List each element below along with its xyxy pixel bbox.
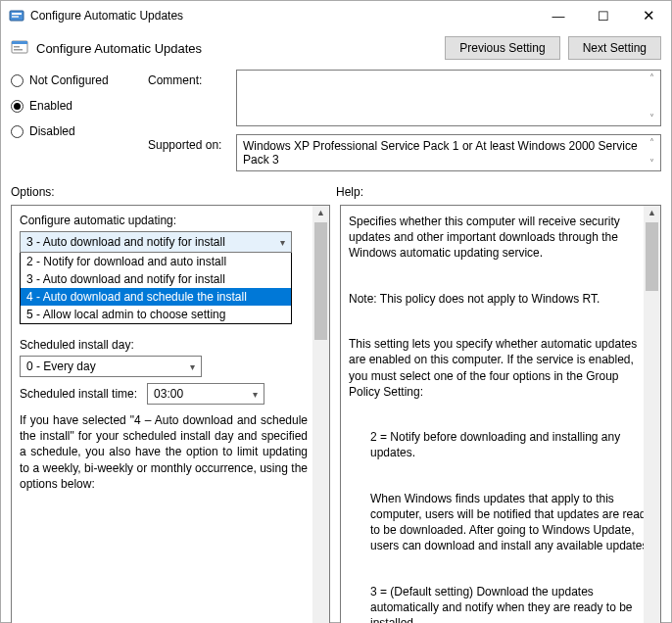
options-vertical-scrollbar[interactable]: ▲ ▼ (312, 206, 329, 623)
configure-updating-label: Configure automatic updating: (20, 214, 308, 227)
scroll-up-icon[interactable]: ▲ (648, 206, 656, 219)
svg-rect-4 (12, 41, 27, 44)
scroll-down-icon[interactable]: ˅ (645, 113, 658, 123)
app-icon (9, 8, 24, 24)
help-vertical-scrollbar[interactable]: ▲ ▼ (644, 206, 660, 623)
supported-row: Supported on: Windows XP Professional Se… (148, 134, 661, 171)
previous-setting-button[interactable]: Previous Setting (445, 36, 559, 60)
radio-label: Not Configured (29, 73, 109, 87)
radio-label: Disabled (29, 124, 75, 138)
content-area: Configure Automatic Updates Previous Set… (1, 30, 671, 623)
scheduled-day-combo[interactable]: 0 - Every day ▾ (20, 356, 202, 377)
next-setting-button[interactable]: Next Setting (568, 36, 661, 60)
radio-disabled[interactable]: Disabled (11, 124, 148, 138)
comment-label: Comment: (148, 70, 226, 126)
help-paragraph: When Windows finds updates that apply to… (349, 491, 652, 554)
radio-enabled[interactable]: Enabled (11, 99, 148, 113)
scroll-up-icon[interactable]: ▲ (316, 206, 325, 219)
scroll-down-icon[interactable]: ˅ (645, 158, 658, 168)
nav-buttons: Previous Setting Next Setting (445, 36, 661, 60)
help-panel: Specifies whether this computer will rec… (340, 205, 661, 623)
svg-rect-2 (12, 16, 19, 18)
scroll-up-icon[interactable]: ˄ (645, 137, 658, 148)
radio-not-configured[interactable]: Not Configured (11, 73, 148, 87)
supported-on-text: Windows XP Professional Service Pack 1 o… (236, 134, 661, 171)
svg-rect-1 (12, 13, 22, 15)
dropdown-option[interactable]: 5 - Allow local admin to choose setting (21, 306, 291, 323)
configure-updating-combo[interactable]: 3 - Auto download and notify for install… (20, 231, 292, 253)
help-paragraph: 3 = (Default setting) Download the updat… (349, 584, 652, 623)
help-paragraph: 2 = Notify before downloading and instal… (349, 429, 652, 460)
scroll-thumb[interactable] (646, 222, 658, 291)
help-paragraph: Note: This policy does not apply to Wind… (349, 291, 652, 307)
comment-textarea[interactable]: ˄ ˅ (236, 70, 661, 126)
supported-value: Windows XP Professional Service Pack 1 o… (243, 139, 638, 167)
header-row: Configure Automatic Updates Previous Set… (11, 36, 661, 60)
help-paragraph: This setting lets you specify whether au… (349, 336, 652, 400)
chevron-down-icon: ▾ (273, 237, 291, 248)
help-label: Help: (336, 185, 363, 199)
state-radio-group: Not Configured Enabled Disabled (11, 70, 148, 171)
help-paragraph: Specifies whether this computer will rec… (349, 214, 652, 262)
titlebar: Configure Automatic Updates — ☐ ✕ (1, 1, 671, 30)
chevron-down-icon: ▾ (183, 361, 201, 372)
options-panel: Configure automatic updating: 3 - Auto d… (11, 205, 330, 623)
scroll-up-icon[interactable]: ˄ (645, 72, 658, 83)
gpo-dialog-window: Configure Automatic Updates — ☐ ✕ Config… (0, 0, 672, 623)
chevron-down-icon: ▾ (246, 389, 264, 400)
options-body: Configure automatic updating: 3 - Auto d… (12, 206, 329, 623)
meta-column: Comment: ˄ ˅ Supported on: Windows XP Pr… (148, 70, 661, 171)
scroll-thumb[interactable] (314, 222, 327, 340)
combo-value: 0 - Every day (21, 359, 183, 373)
help-body: Specifies whether this computer will rec… (341, 206, 660, 623)
dropdown-option[interactable]: 2 - Notify for download and auto install (21, 253, 291, 270)
close-button[interactable]: ✕ (626, 1, 671, 30)
options-label: Options: (11, 185, 336, 199)
combo-value: 03:00 (148, 387, 246, 401)
radio-bullet (11, 74, 24, 87)
scheduled-day-label: Scheduled install day: (20, 338, 308, 352)
combo-value: 3 - Auto download and notify for install (21, 235, 273, 249)
configure-updating-dropdown: 2 - Notify for download and auto install… (20, 253, 292, 324)
window-title: Configure Automatic Updates (30, 9, 536, 23)
maximize-button[interactable]: ☐ (581, 1, 626, 30)
radio-bullet (11, 125, 24, 138)
comment-row: Comment: ˄ ˅ (148, 70, 661, 126)
minimize-button[interactable]: — (536, 1, 581, 30)
options-note: If you have selected "4 – Auto download … (20, 412, 308, 492)
scheduled-time-combo[interactable]: 03:00 ▾ (147, 383, 264, 405)
svg-rect-6 (14, 49, 23, 51)
scheduled-time-row: Scheduled install time: 03:00 ▾ (20, 383, 308, 405)
panels-row: Configure automatic updating: 3 - Auto d… (11, 205, 661, 623)
scheduled-time-label: Scheduled install time: (20, 387, 137, 401)
radio-bullet (11, 100, 24, 113)
policy-title: Configure Automatic Updates (36, 41, 437, 56)
section-labels: Options: Help: (11, 185, 661, 199)
config-row: Not Configured Enabled Disabled Comment:… (11, 70, 661, 171)
svg-rect-5 (14, 46, 20, 48)
dropdown-option[interactable]: 4 - Auto download and schedule the insta… (21, 288, 291, 306)
supported-label: Supported on: (148, 134, 226, 171)
policy-icon (11, 39, 28, 57)
radio-label: Enabled (29, 99, 72, 113)
dropdown-option[interactable]: 3 - Auto download and notify for install (21, 270, 291, 288)
